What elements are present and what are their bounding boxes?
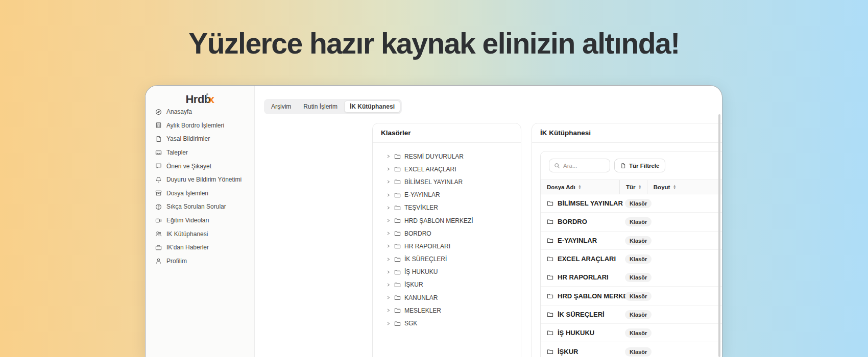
chevron-right-icon[interactable] (386, 206, 391, 210)
folder-tree-item[interactable]: BİLİMSEL YAYINLAR (386, 175, 516, 188)
table-row[interactable]: İŞ HUKUKU Klasör (541, 324, 722, 342)
sidebar-menu-item[interactable]: Profilim (146, 254, 254, 268)
tab[interactable]: İK Kütüphanesi (344, 100, 400, 113)
table-column-header[interactable]: Tür ▴▾ (620, 180, 647, 194)
sort-icon[interactable]: ▴▾ (639, 185, 641, 189)
user-icon (155, 258, 162, 264)
folder-name: E-YAYINLAR (404, 191, 440, 198)
folder-name: MESLEKLER (404, 307, 441, 314)
sort-icon[interactable]: ▴▾ (673, 185, 675, 189)
sidebar-menu-item-label: IK Kütüphanesi (166, 231, 208, 238)
folders-panel-title: Klasörler (373, 123, 521, 143)
sidebar-menu-item[interactable]: Yasal Bildirimler (146, 132, 254, 146)
folder-tree-item[interactable]: E-YAYINLAR (386, 189, 516, 201)
search-icon (554, 163, 560, 169)
table-row[interactable]: İŞKUR Klasör (541, 342, 722, 357)
folder-icon (394, 294, 401, 301)
table-row[interactable]: E-YAYINLAR Klasör (541, 232, 722, 250)
file-name: BORDRO (558, 218, 587, 225)
library-toolbar: Tür Filtrele (549, 159, 722, 172)
chevron-right-icon[interactable] (386, 270, 391, 274)
chevron-right-icon[interactable] (386, 154, 391, 159)
sidebar-menu: Anasayfa Aylık Bordro İşlemleri Yasal Bi… (146, 105, 254, 268)
folder-icon (394, 153, 401, 160)
sort-icon[interactable]: ▴▾ (579, 185, 581, 189)
sidebar-menu-item-label: Öneri ve Şikayet (166, 163, 211, 170)
folder-tree-item[interactable]: BORDRO (386, 227, 516, 240)
table-column-header[interactable]: Boyut ▴▾ (647, 180, 722, 194)
window-scrollbar[interactable] (718, 114, 720, 357)
table-row[interactable]: HRD ŞABLON MERKEZİ Klasör (541, 287, 722, 305)
folder-name: BİLİMSEL YAYINLAR (404, 178, 463, 186)
search-input[interactable] (563, 163, 604, 169)
folder-tree-item[interactable]: İŞ HUKUKU (386, 266, 516, 278)
sidebar-menu-item[interactable]: Öneri ve Şikayet (146, 159, 254, 173)
table-row[interactable]: HR RAPORLARI Klasör (541, 268, 722, 287)
type-badge: Klasör (625, 347, 652, 356)
table-row[interactable]: BORDRO Klasör (541, 213, 722, 231)
search-box[interactable] (549, 159, 610, 172)
chevron-right-icon[interactable] (386, 308, 391, 313)
file-name: İK SÜREÇLERİ (558, 311, 605, 318)
folder-tree-item[interactable]: HRD ŞABLON MERKEZİ (386, 214, 516, 227)
sidebar-menu-item[interactable]: IK Kütüphanesi (146, 227, 254, 241)
chevron-right-icon[interactable] (386, 180, 391, 184)
calculator-icon (155, 122, 162, 129)
home-icon (155, 109, 162, 115)
sidebar-menu-item[interactable]: Dosya İşlemleri (146, 187, 254, 200)
tab[interactable]: Arşivim (266, 100, 297, 113)
folder-name: HR RAPORLARI (404, 243, 450, 250)
table-column-header[interactable]: Dosya Adı ▴▾ (541, 180, 620, 194)
folder-tree-item[interactable]: MESLEKLER (386, 304, 516, 317)
sidebar-menu-item[interactable]: IK'dan Haberler (146, 241, 254, 254)
folder-tree-item[interactable]: SGK (386, 317, 516, 329)
sidebar-menu-item[interactable]: Anasayfa (146, 105, 254, 119)
chevron-right-icon[interactable] (386, 231, 391, 236)
folder-icon (394, 166, 401, 172)
logo-accent: x (208, 93, 214, 106)
briefcase-icon (155, 244, 162, 251)
folder-tree-item[interactable]: İK SÜREÇLERİ (386, 253, 516, 266)
file-name: EXCEL ARAÇLARI (558, 255, 616, 263)
sidebar-menu-item-label: Yasal Bildirimler (166, 135, 210, 142)
chevron-right-icon[interactable] (386, 283, 391, 287)
folder-icon (394, 269, 401, 275)
folder-tree-item[interactable]: KANUNLAR (386, 291, 516, 304)
folder-tree-item[interactable]: TEŞVİKLER (386, 201, 516, 214)
tab-label: Arşivim (271, 103, 291, 110)
app-logo: Hrdbx (146, 93, 254, 106)
chevron-right-icon[interactable] (386, 218, 391, 223)
chevron-right-icon[interactable] (386, 295, 391, 300)
folder-tree-item[interactable]: EXCEL ARAÇLARI (386, 163, 516, 175)
sidebar-menu-item[interactable]: Talepler (146, 146, 254, 160)
table-row[interactable]: EXCEL ARAÇLARI Klasör (541, 250, 722, 268)
chevron-right-icon[interactable] (386, 257, 391, 262)
sidebar-menu-item[interactable]: Sıkça Sorulan Sorular (146, 200, 254, 214)
folder-tree: RESMİ DUYURULAR EXCEL ARAÇLARI BİLİMSEL … (373, 143, 521, 330)
type-badge: Klasör (625, 199, 652, 208)
library-table: Dosya Adı ▴▾ Tür ▴▾ Boyut ▴▾ (541, 180, 722, 357)
folder-tree-item[interactable]: RESMİ DUYURULAR (386, 150, 516, 163)
help-icon (155, 203, 162, 210)
table-row[interactable]: BİLİMSEL YAYINLAR Klasör (541, 194, 722, 213)
chevron-right-icon[interactable] (386, 167, 391, 171)
document-icon (155, 136, 162, 142)
chevron-right-icon[interactable] (386, 321, 391, 326)
chevron-right-icon[interactable] (386, 193, 391, 197)
folder-icon (547, 329, 553, 336)
chevron-right-icon[interactable] (386, 244, 391, 248)
folder-name: HRD ŞABLON MERKEZİ (404, 217, 473, 224)
type-badge: Klasör (625, 254, 652, 264)
sidebar-menu-item[interactable]: Aylık Bordro İşlemleri (146, 119, 254, 133)
folder-icon (394, 256, 401, 263)
type-filter-button[interactable]: Tür Filtrele (614, 159, 665, 172)
file-name: E-YAYINLAR (558, 237, 597, 244)
sidebar-menu-item[interactable]: Duyuru ve Bildirim Yönetimi (146, 173, 254, 187)
users-icon (155, 231, 162, 237)
tab[interactable]: Rutin İşlerim (298, 100, 343, 113)
folder-tree-item[interactable]: HR RAPORLARI (386, 240, 516, 252)
table-row[interactable]: İK SÜREÇLERİ Klasör (541, 305, 722, 324)
sidebar-menu-item[interactable]: Eğitim Videoları (146, 214, 254, 227)
folder-icon (394, 178, 401, 185)
folder-tree-item[interactable]: İŞKUR (386, 278, 516, 291)
